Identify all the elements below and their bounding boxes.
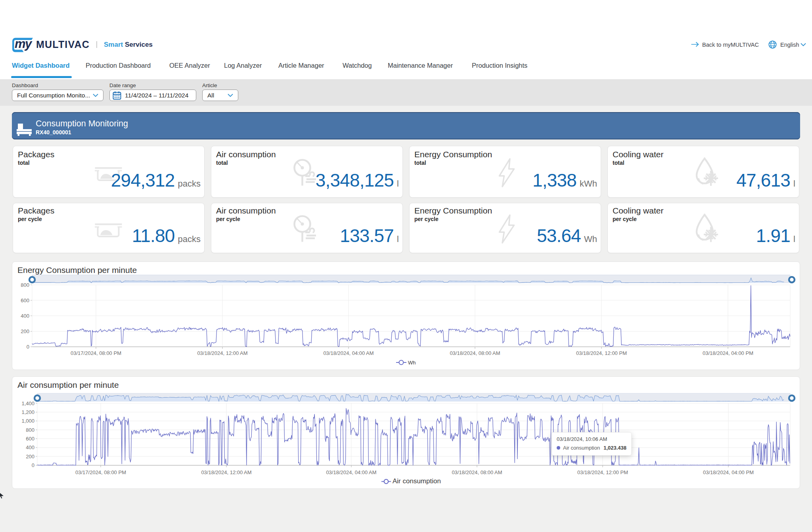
svg-text:03/18/2024, 08:00 AM: 03/18/2024, 08:00 AM (450, 350, 500, 356)
svg-text:800: 800 (26, 427, 34, 433)
svg-text:1,200: 1,200 (21, 409, 34, 415)
svg-text:0: 0 (32, 462, 34, 468)
svg-text:600: 600 (21, 297, 29, 303)
svg-text:0: 0 (27, 344, 29, 350)
svg-text:03/18/2024, 12:00 PM: 03/18/2024, 12:00 PM (576, 350, 627, 356)
svg-text:03/18/2024, 08:00 AM: 03/18/2024, 08:00 AM (452, 469, 502, 475)
svg-text:800: 800 (21, 282, 29, 288)
svg-text:400: 400 (26, 444, 34, 450)
svg-text:03/18/2024, 04:00 AM: 03/18/2024, 04:00 AM (326, 469, 376, 475)
svg-text:03/18/2024, 12:00 AM: 03/18/2024, 12:00 AM (201, 469, 251, 475)
svg-text:03/18/2024, 04:00 PM: 03/18/2024, 04:00 PM (703, 350, 753, 356)
svg-text:1,400: 1,400 (21, 400, 34, 406)
svg-text:400: 400 (21, 313, 29, 319)
svg-text:03/18/2024, 04:00 PM: 03/18/2024, 04:00 PM (703, 469, 754, 475)
svg-text:03/17/2024, 08:00 PM: 03/17/2024, 08:00 PM (71, 350, 121, 356)
svg-text:03/18/2024, 04:00 AM: 03/18/2024, 04:00 AM (323, 350, 373, 356)
svg-text:MULTIVAC: MULTIVAC (36, 39, 90, 50)
svg-text:200: 200 (26, 454, 34, 460)
svg-text:1,000: 1,000 (21, 418, 34, 424)
svg-text:03/17/2024, 08:00 PM: 03/17/2024, 08:00 PM (75, 469, 126, 475)
svg-text:03/18/2024, 12:00 AM: 03/18/2024, 12:00 AM (197, 350, 247, 356)
svg-text:03/18/2024, 12:00 PM: 03/18/2024, 12:00 PM (577, 469, 628, 475)
svg-text:600: 600 (26, 436, 34, 442)
svg-text:my: my (15, 37, 33, 51)
svg-text:200: 200 (21, 328, 29, 334)
